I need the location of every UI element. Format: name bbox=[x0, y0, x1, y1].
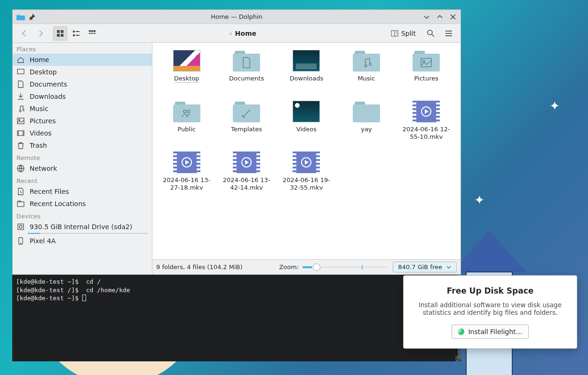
svg-rect-12 bbox=[91, 33, 93, 34]
folder-icon bbox=[233, 100, 260, 123]
file-item[interactable]: Downloads bbox=[277, 49, 336, 96]
icon-view-button[interactable] bbox=[53, 26, 67, 40]
breadcrumb[interactable]: › Home bbox=[101, 30, 385, 37]
zoom-slider[interactable] bbox=[302, 263, 387, 271]
split-label: Split bbox=[401, 30, 416, 37]
window-title: Home — Dolphin bbox=[73, 13, 400, 20]
svg-rect-28 bbox=[17, 202, 24, 207]
recent-files-icon bbox=[16, 188, 25, 195]
sidebar-item-documents[interactable]: Documents bbox=[13, 78, 152, 90]
file-item[interactable]: Documents bbox=[217, 49, 276, 96]
close-button[interactable] bbox=[449, 13, 457, 21]
hamburger-menu-button[interactable] bbox=[442, 26, 456, 40]
section-recent: Recent bbox=[13, 175, 152, 185]
popover-body: Install additional software to view disk… bbox=[412, 301, 568, 316]
maximize-button[interactable] bbox=[436, 13, 444, 21]
file-item[interactable]: Desktop bbox=[157, 49, 216, 96]
sidebar-item-recent-files[interactable]: Recent Files bbox=[13, 185, 152, 198]
sidebar-item-desktop[interactable]: Desktop bbox=[13, 66, 152, 78]
file-view[interactable]: DesktopDocumentsDownloadsMusicPicturesPu… bbox=[152, 43, 461, 274]
svg-point-30 bbox=[19, 225, 22, 228]
file-label: 2024-06-16 19-32-55.mkv bbox=[277, 176, 336, 192]
resize-grip-icon[interactable] bbox=[455, 356, 461, 361]
documents-icon bbox=[16, 80, 25, 88]
sidebar-item-videos[interactable]: Videos bbox=[13, 127, 152, 139]
recent-locations-icon bbox=[16, 200, 25, 207]
sidebar-item-network[interactable]: Network bbox=[13, 162, 152, 175]
back-button[interactable] bbox=[17, 26, 32, 40]
file-item[interactable]: Music bbox=[337, 49, 396, 96]
compact-view-button[interactable] bbox=[69, 26, 83, 40]
section-devices: Devices bbox=[13, 210, 152, 221]
sidebar-item-trash[interactable]: Trash bbox=[13, 139, 152, 152]
svg-rect-4 bbox=[73, 31, 75, 32]
folder-icon bbox=[173, 100, 200, 123]
file-item[interactable]: Pictures bbox=[397, 49, 456, 96]
sidebar-item-music[interactable]: Music bbox=[13, 103, 152, 115]
filelight-icon bbox=[458, 328, 464, 335]
svg-rect-2 bbox=[57, 34, 60, 37]
videos-icon bbox=[16, 129, 25, 137]
svg-point-18 bbox=[428, 30, 432, 35]
sidebar-item-pixel-4a[interactable]: Pixel 4A bbox=[13, 235, 152, 247]
free-space-button[interactable]: 840.7 GiB free bbox=[393, 262, 457, 272]
file-grid: DesktopDocumentsDownloadsMusicPicturesPu… bbox=[152, 43, 461, 259]
split-button[interactable]: Split bbox=[387, 27, 420, 40]
minimize-button[interactable] bbox=[423, 13, 430, 21]
terminal-line: [kde@kde-test /]$ cd /home/kde bbox=[16, 286, 457, 295]
svg-rect-11 bbox=[89, 33, 91, 34]
section-places: Places bbox=[13, 43, 152, 54]
section-remote: Remote bbox=[13, 152, 152, 162]
drive-icon bbox=[16, 223, 25, 231]
file-label: 2024-06-16 12-55-10.mkv bbox=[397, 126, 456, 141]
pin-icon[interactable] bbox=[29, 14, 35, 20]
status-text: 9 folders, 4 files (104.2 MiB) bbox=[156, 263, 273, 271]
sidebar-item-recent-locations[interactable]: Recent Locations bbox=[13, 198, 152, 210]
file-item[interactable]: 2024-06-16 13-27-18.mkv bbox=[157, 151, 216, 198]
file-label: yay bbox=[359, 126, 373, 133]
terminal-line: [kde@kde-test ~]$ cd / bbox=[16, 278, 457, 286]
folder-icon bbox=[353, 49, 380, 72]
file-item[interactable]: 2024-06-16 19-32-55.mkv bbox=[277, 151, 336, 198]
terminal-panel[interactable]: [kde@kde-test ~]$ cd / [kde@kde-test /]$… bbox=[12, 275, 461, 361]
sidebar-item-downloads[interactable]: Downloads bbox=[13, 90, 152, 103]
videos-icon bbox=[293, 100, 320, 123]
file-item[interactable]: Videos bbox=[277, 100, 336, 147]
file-label: Videos bbox=[294, 126, 318, 133]
svg-rect-6 bbox=[73, 34, 75, 36]
folder-icon bbox=[233, 49, 260, 72]
dolphin-window: Home — Dolphin › Home Split bbox=[12, 9, 461, 275]
file-item[interactable]: 2024-06-16 12-55-10.mkv bbox=[397, 100, 456, 147]
file-label: Pictures bbox=[413, 75, 440, 82]
downloads-icon bbox=[293, 49, 320, 72]
install-filelight-button[interactable]: Install Filelight… bbox=[452, 325, 528, 339]
free-space-label: 840.7 GiB free bbox=[398, 263, 442, 271]
sparkle-icon: ✦ bbox=[474, 193, 485, 207]
forward-button[interactable] bbox=[33, 26, 48, 40]
svg-rect-7 bbox=[76, 35, 79, 36]
install-filelight-label: Install Filelight… bbox=[468, 328, 522, 335]
file-item[interactable]: Templates bbox=[217, 100, 276, 147]
sidebar-item-pictures[interactable]: Pictures bbox=[13, 115, 152, 127]
chevron-down-icon bbox=[446, 264, 452, 270]
sidebar-item-internal-drive[interactable]: 930.5 GiB Internal Drive (sda2) bbox=[13, 221, 152, 233]
sidebar-item-home[interactable]: Home bbox=[13, 54, 152, 66]
video-icon bbox=[413, 100, 440, 123]
folder-icon bbox=[353, 100, 380, 123]
chevron-right-icon: › bbox=[230, 30, 232, 37]
details-view-button[interactable] bbox=[85, 26, 99, 40]
video-icon bbox=[173, 151, 200, 174]
search-button[interactable] bbox=[424, 26, 438, 40]
svg-rect-9 bbox=[91, 30, 93, 32]
video-icon bbox=[233, 151, 260, 174]
downloads-icon bbox=[16, 93, 25, 100]
terminal-cursor bbox=[82, 295, 86, 301]
file-item[interactable]: Public bbox=[157, 100, 216, 147]
file-item[interactable]: 2024-06-16 13-42-14.mkv bbox=[217, 151, 276, 198]
titlebar: Home — Dolphin bbox=[13, 10, 461, 24]
svg-rect-29 bbox=[18, 224, 24, 230]
sparkle-icon: ✦ bbox=[549, 99, 560, 113]
terminal-line: [kde@kde-test ~]$ bbox=[16, 294, 457, 303]
file-item[interactable]: yay bbox=[337, 100, 396, 147]
file-label: 2024-06-16 13-27-18.mkv bbox=[157, 176, 216, 192]
